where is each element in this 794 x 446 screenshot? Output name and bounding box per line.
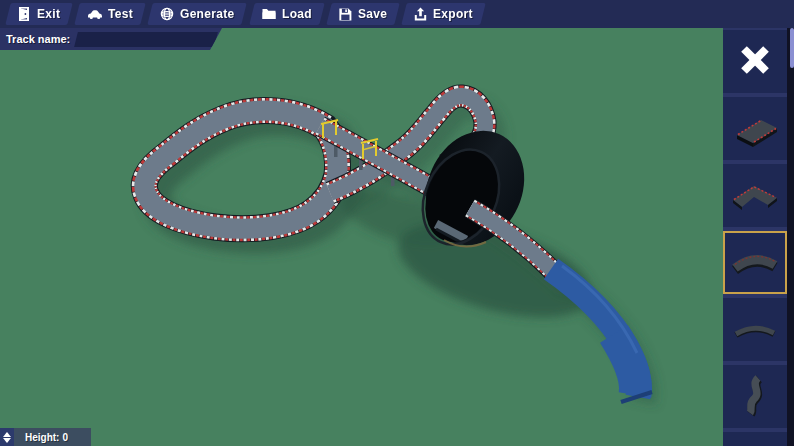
piece-banked-curve[interactable] xyxy=(723,231,787,294)
test-label: Test xyxy=(108,7,133,21)
viewport-3d[interactable] xyxy=(0,28,794,446)
palette-scrollbar[interactable] xyxy=(787,28,794,446)
save-button[interactable]: Save xyxy=(326,3,400,25)
test-button[interactable]: Test xyxy=(74,3,145,25)
piece-partial[interactable] xyxy=(723,432,787,446)
save-label: Save xyxy=(358,7,387,21)
height-control: Height: 0 xyxy=(0,428,91,446)
track-piece-palette xyxy=(723,28,787,446)
piece-wide-curve[interactable] xyxy=(723,164,787,227)
height-readout: Height: 0 xyxy=(14,428,91,446)
exit-button[interactable]: Exit xyxy=(5,3,73,25)
palette-scrollbar-thumb[interactable] xyxy=(790,28,794,68)
height-value: 0 xyxy=(62,432,68,443)
piece-straight[interactable] xyxy=(723,97,787,160)
load-button[interactable]: Load xyxy=(249,3,324,25)
floppy-icon xyxy=(339,8,352,21)
sphere-icon xyxy=(160,7,174,21)
height-label-text: Height: xyxy=(25,432,59,443)
exit-label: Exit xyxy=(37,7,60,21)
toolbar: Exit Test Generate Load Save Export xyxy=(0,0,794,28)
load-label: Load xyxy=(282,7,312,21)
generate-label: Generate xyxy=(180,7,234,21)
piece-small-curve[interactable] xyxy=(723,298,787,361)
arrow-down-icon xyxy=(3,438,11,443)
generate-button[interactable]: Generate xyxy=(147,3,247,25)
close-palette-button[interactable] xyxy=(723,30,787,93)
export-label: Export xyxy=(433,7,473,21)
s-curve-track-piece-icon xyxy=(727,373,783,421)
export-button[interactable]: Export xyxy=(401,3,485,25)
folder-icon xyxy=(262,8,276,20)
car-icon xyxy=(87,8,102,20)
banked-curve-track-piece-icon xyxy=(727,239,783,287)
door-icon xyxy=(18,7,31,21)
small-curve-track-piece-icon xyxy=(727,306,783,354)
wide-curve-track-piece-icon xyxy=(727,172,783,220)
straight-track-piece-icon xyxy=(727,105,783,153)
track-name-bar: Track name: xyxy=(0,28,222,50)
piece-s-curve[interactable] xyxy=(723,365,787,428)
close-icon xyxy=(735,40,775,84)
upload-icon xyxy=(414,7,427,21)
track-name-input[interactable] xyxy=(74,32,218,47)
track-scene xyxy=(0,28,794,446)
height-stepper[interactable] xyxy=(0,428,14,446)
arrow-up-icon xyxy=(3,432,11,437)
track-name-label: Track name: xyxy=(0,33,76,45)
